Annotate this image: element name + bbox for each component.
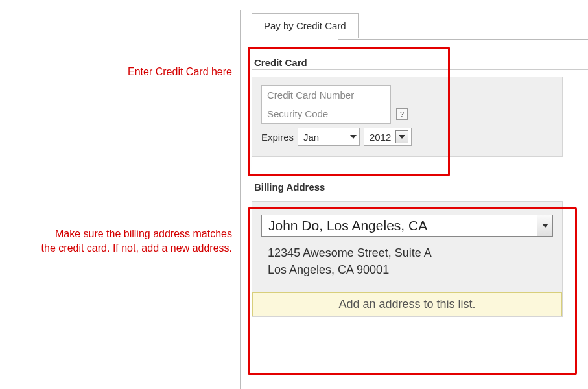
expiry-month-value: Jan xyxy=(303,132,319,143)
annotation-column: Enter Credit Card here Make sure the bil… xyxy=(0,13,240,317)
add-address-link[interactable]: Add an address to this list. xyxy=(338,298,475,311)
credit-card-title: Credit Card xyxy=(252,57,588,68)
expiry-month-select[interactable]: Jan xyxy=(298,128,360,146)
address-line-1: 12345 Awesome Street, Suite A xyxy=(268,244,553,261)
chevron-down-icon xyxy=(350,135,357,139)
main-panel: Pay by Credit Card Credit Card ? Expires… xyxy=(240,13,588,317)
address-line-2: Los Angeles, CA 90001 xyxy=(268,261,553,278)
annotation-credit-card: Enter Credit Card here xyxy=(128,65,232,79)
billing-address-section: Billing Address John Do, Los Angeles, CA… xyxy=(252,182,588,317)
billing-address-selected-value: John Do, Los Angeles, CA xyxy=(262,218,427,233)
divider xyxy=(252,69,588,70)
billing-address-panel: John Do, Los Angeles, CA 12345 Awesome S… xyxy=(252,201,563,317)
billing-address-select[interactable]: John Do, Los Angeles, CA xyxy=(261,215,553,237)
expires-label: Expires xyxy=(261,132,294,143)
credit-card-number-input[interactable] xyxy=(261,85,391,104)
security-code-help-icon[interactable]: ? xyxy=(396,108,408,120)
annotation-billing: Make sure the billing address matches th… xyxy=(41,227,232,255)
credit-card-panel: ? Expires Jan 2012 xyxy=(252,77,563,157)
chevron-down-icon xyxy=(542,224,548,228)
add-address-bar: Add an address to this list. xyxy=(252,292,562,316)
billing-address-title: Billing Address xyxy=(252,182,588,193)
year-dropdown-button xyxy=(395,130,408,143)
chevron-down-icon xyxy=(399,135,405,139)
tab-underline xyxy=(338,39,588,40)
expiry-year-value: 2012 xyxy=(370,132,391,143)
divider xyxy=(252,194,588,194)
security-code-input[interactable] xyxy=(261,104,391,124)
address-dropdown-button xyxy=(537,215,552,236)
tab-pay-by-credit-card[interactable]: Pay by Credit Card xyxy=(252,13,359,38)
credit-card-section: Credit Card ? Expires Jan 201 xyxy=(252,57,588,157)
expiry-year-select[interactable]: 2012 xyxy=(364,128,412,146)
billing-address-display: 12345 Awesome Street, Suite A Los Angele… xyxy=(261,244,553,278)
